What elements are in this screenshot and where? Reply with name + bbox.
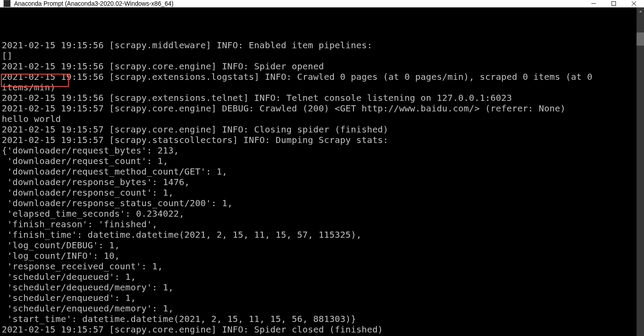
terminal-line: 2021-02-15 19:15:56 [scrapy.core.engine]… — [2, 61, 635, 71]
terminal-line: 2021-02-15 19:15:56 [scrapy.extensions.t… — [2, 93, 635, 103]
app-icon — [4, 0, 11, 7]
window-title: Anaconda Prompt (Anaconda3-2020.02-Windo… — [14, 0, 173, 7]
chevron-up-icon — [639, 10, 642, 13]
terminal-line: 'response_received_count': 1, — [2, 261, 635, 272]
terminal-line: 'downloader/response_count': 1, — [2, 187, 635, 198]
terminal-line: 2021-02-15 19:15:57 [scrapy.core.engine]… — [2, 124, 635, 135]
terminal-line: 2021-02-15 19:15:56 [scrapy.extensions.l… — [2, 71, 635, 93]
terminal-line: hello world — [2, 114, 635, 124]
terminal-line: 'finish_time': datetime.datetime(2021, 2… — [2, 229, 635, 240]
terminal-line: 'scheduler/dequeued': 1, — [2, 272, 635, 282]
terminal-line: 2021-02-15 19:15:57 [scrapy.core.engine]… — [2, 324, 635, 335]
svg-marker-6 — [639, 11, 642, 12]
titlebar[interactable]: Anaconda Prompt (Anaconda3-2020.02-Windo… — [0, 0, 644, 7]
terminal-line: {'downloader/request_bytes': 213, — [2, 145, 635, 156]
terminal-line: 2021-02-15 19:15:57 [scrapy.statscollect… — [2, 135, 635, 145]
terminal-line: 'downloader/request_count': 1, — [2, 156, 635, 166]
titlebar-left: Anaconda Prompt (Anaconda3-2020.02-Windo… — [0, 0, 173, 7]
terminal-line: 'log_count/INFO': 10, — [2, 250, 635, 261]
close-icon — [632, 1, 636, 6]
scroll-thumb[interactable] — [637, 32, 644, 46]
terminal-line: 'elapsed_time_seconds': 0.234022, — [2, 208, 635, 219]
minimize-icon — [591, 1, 596, 6]
maximize-button[interactable] — [604, 0, 624, 7]
scroll-up-button[interactable] — [637, 7, 644, 15]
terminal-line: 'scheduler/dequeued/memory': 1, — [2, 282, 635, 293]
vertical-scrollbar[interactable] — [637, 7, 644, 336]
terminal-line: 'scheduler/enqueued/memory': 1, — [2, 303, 635, 314]
close-button[interactable] — [624, 0, 644, 7]
terminal-output[interactable]: 2021-02-15 19:15:56 [scrapy.middleware] … — [0, 7, 637, 336]
terminal-line: 'downloader/response_status_count/200': … — [2, 198, 635, 208]
terminal-line: 2021-02-15 19:15:57 [scrapy.core.engine]… — [2, 103, 635, 114]
terminal-line: [] — [2, 50, 635, 61]
svg-rect-1 — [612, 2, 616, 6]
maximize-icon — [612, 1, 616, 6]
terminal-line: 2021-02-15 19:15:56 [scrapy.middleware] … — [2, 40, 635, 50]
terminal-line: 'scheduler/enqueued': 1, — [2, 293, 635, 303]
terminal-area: 2021-02-15 19:15:56 [scrapy.middleware] … — [0, 7, 644, 336]
minimize-button[interactable] — [583, 0, 604, 7]
terminal-line: 'downloader/request_method_count/GET': 1… — [2, 166, 635, 177]
window-frame: Anaconda Prompt (Anaconda3-2020.02-Windo… — [0, 0, 644, 336]
terminal-line: 'start_time': datetime.datetime(2021, 2,… — [2, 314, 635, 324]
terminal-line: 'finish_reason': 'finished', — [2, 219, 635, 229]
window-controls — [583, 0, 644, 7]
terminal-line: 'log_count/DEBUG': 1, — [2, 240, 635, 250]
scroll-track[interactable] — [637, 15, 644, 336]
terminal-line: 'downloader/response_bytes': 1476, — [2, 177, 635, 187]
